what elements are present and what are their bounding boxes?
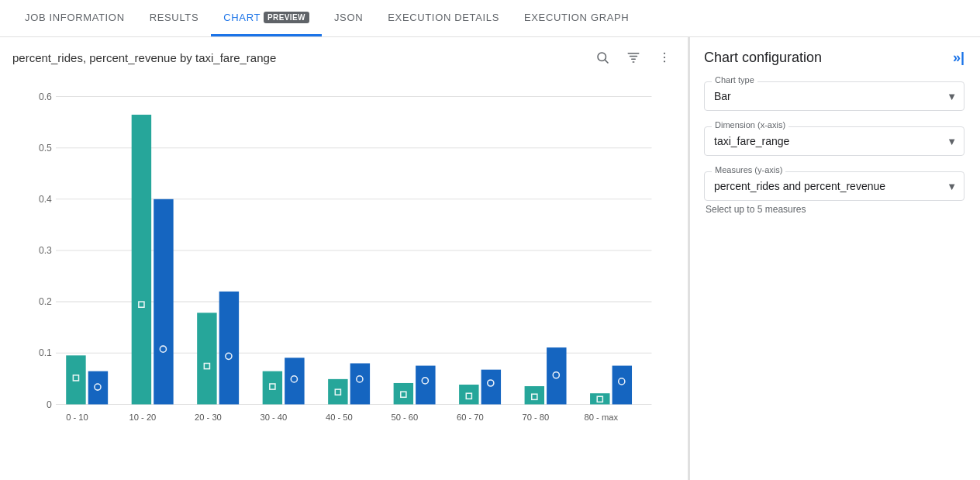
svg-text:40 - 50: 40 - 50 [326, 413, 353, 422]
bar-teal-8 [590, 393, 609, 404]
bar-teal-4 [328, 379, 347, 405]
chart-header: percent_rides, percent_revenue by taxi_f… [12, 47, 675, 68]
collapse-panel-button[interactable]: »| [953, 50, 964, 66]
tab-chart[interactable]: CHART PREVIEW [211, 0, 322, 36]
svg-text:20 - 30: 20 - 30 [195, 413, 222, 422]
chart-type-field: Chart type Bar Line Scatter Pie ▼ [704, 81, 964, 111]
dimension-label: Dimension (x-axis) [712, 120, 788, 129]
measures-label: Measures (y-axis) [712, 165, 785, 174]
bar-teal-1 [132, 115, 151, 405]
filter-icon[interactable] [623, 47, 644, 68]
svg-text:0.4: 0.4 [39, 194, 52, 205]
bar-blue-0 [88, 371, 108, 405]
bar-teal-6 [459, 385, 478, 404]
bar-chart: 0.6 0.5 0.4 0.3 0.2 0.1 0 [12, 78, 675, 471]
bar-blue-5 [416, 366, 435, 405]
measures-select[interactable]: percent_rides and percent_revenue [704, 171, 964, 201]
svg-text:0: 0 [47, 399, 52, 410]
measures-select-wrapper: percent_rides and percent_revenue ▼ [704, 171, 964, 201]
tab-json[interactable]: JSON [322, 0, 375, 36]
svg-line-1 [605, 60, 608, 63]
config-panel: Chart configuration »| Chart type Bar Li… [688, 37, 980, 480]
svg-text:30 - 40: 30 - 40 [260, 413, 287, 422]
config-panel-title: Chart configuration [704, 50, 822, 66]
svg-text:0.3: 0.3 [39, 245, 52, 256]
chart-type-select-wrapper: Bar Line Scatter Pie ▼ [704, 81, 964, 111]
more-options-button[interactable] [654, 47, 675, 68]
config-panel-divider [688, 37, 690, 480]
main-layout: percent_rides, percent_revenue by taxi_f… [0, 37, 980, 480]
dimension-field: Dimension (x-axis) taxi_fare_range ▼ [704, 126, 964, 156]
svg-text:0.6: 0.6 [39, 92, 52, 102]
config-header: Chart configuration »| [704, 50, 964, 66]
chart-canvas: 0.6 0.5 0.4 0.3 0.2 0.1 0 [12, 78, 675, 471]
chart-header-icons [592, 47, 675, 68]
svg-point-0 [598, 53, 606, 61]
bar-blue-6 [481, 370, 501, 405]
tab-execution-details[interactable]: EXECUTION DETAILS [375, 0, 512, 36]
dimension-select[interactable]: taxi_fare_range [704, 126, 964, 156]
svg-text:0.5: 0.5 [39, 143, 52, 154]
chart-title: percent_rides, percent_revenue by taxi_f… [12, 51, 276, 64]
bar-blue-2 [219, 292, 239, 405]
bar-blue-7 [547, 347, 566, 404]
tab-job-information[interactable]: JOB INFORMATION [12, 0, 137, 36]
tab-results[interactable]: RESULTS [137, 0, 212, 36]
svg-text:80 - max: 80 - max [585, 413, 619, 422]
measures-hint: Select up to 5 measures [704, 204, 964, 215]
top-nav: JOB INFORMATION RESULTS CHART PREVIEW JS… [0, 0, 980, 37]
search-button[interactable] [592, 47, 613, 68]
preview-badge: PREVIEW [264, 12, 309, 23]
chart-type-select[interactable]: Bar Line Scatter Pie [704, 81, 964, 111]
svg-text:0.2: 0.2 [39, 296, 52, 307]
bar-teal-0 [66, 355, 85, 404]
svg-text:70 - 80: 70 - 80 [522, 413, 549, 422]
chart-type-label: Chart type [712, 75, 757, 85]
bar-teal-3 [263, 371, 282, 405]
svg-point-3 [664, 57, 665, 58]
svg-point-2 [664, 53, 665, 54]
bar-teal-7 [525, 386, 544, 404]
dimension-select-wrapper: taxi_fare_range ▼ [704, 126, 964, 156]
svg-text:0 - 10: 0 - 10 [66, 413, 88, 422]
bar-teal-5 [394, 383, 413, 404]
svg-text:60 - 70: 60 - 70 [457, 413, 484, 422]
measures-field: Measures (y-axis) percent_rides and perc… [704, 171, 964, 215]
svg-text:10 - 20: 10 - 20 [129, 413, 157, 422]
tab-execution-graph[interactable]: EXECUTION GRAPH [512, 0, 641, 36]
bar-blue-1 [154, 199, 173, 405]
chart-area: percent_rides, percent_revenue by taxi_f… [0, 37, 688, 480]
svg-point-4 [664, 60, 665, 62]
bar-blue-3 [285, 357, 304, 404]
bar-blue-4 [350, 364, 370, 405]
svg-text:50 - 60: 50 - 60 [391, 413, 418, 422]
bar-teal-2 [197, 313, 216, 404]
svg-text:0.1: 0.1 [39, 347, 52, 358]
